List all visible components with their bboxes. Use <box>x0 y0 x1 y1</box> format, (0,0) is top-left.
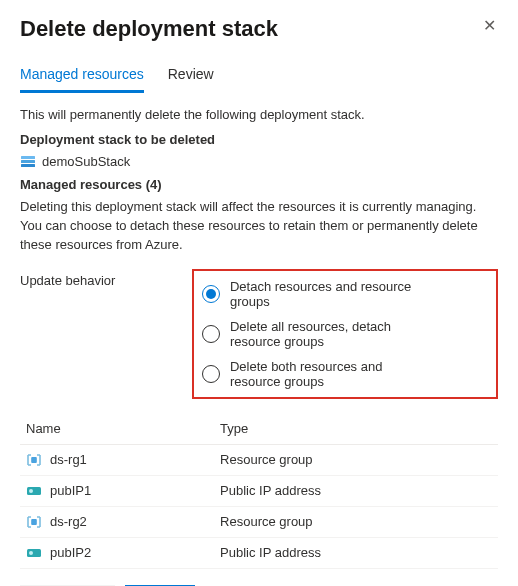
intro-text: This will permanently delete the followi… <box>20 107 498 122</box>
resource-name: ds-rg1 <box>50 452 87 467</box>
stack-section-label: Deployment stack to be deleted <box>20 132 498 147</box>
svg-rect-1 <box>21 160 35 163</box>
resource-type: Public IP address <box>214 537 498 568</box>
radio-icon <box>202 325 220 343</box>
radio-option-delete-both[interactable]: Delete both resources and resource group… <box>202 359 426 389</box>
resource-name: pubIP2 <box>50 545 91 560</box>
svg-rect-0 <box>21 156 35 159</box>
close-icon[interactable]: ✕ <box>481 16 498 36</box>
stack-icon <box>20 153 36 169</box>
resources-table: Name Type ds-rg1Resource grouppubIP1Publ… <box>20 413 498 569</box>
page-title: Delete deployment stack <box>20 16 278 42</box>
resource-type: Resource group <box>214 444 498 475</box>
radio-label: Detach resources and resource groups <box>230 279 426 309</box>
radio-icon <box>202 365 220 383</box>
resource-name: pubIP1 <box>50 483 91 498</box>
update-behavior-label: Update behavior <box>20 269 192 288</box>
radio-label: Delete all resources, detach resource gr… <box>230 319 426 349</box>
resource-name: ds-rg2 <box>50 514 87 529</box>
resource-group-icon <box>26 514 42 530</box>
tab-review[interactable]: Review <box>168 60 214 93</box>
svg-rect-2 <box>21 164 35 167</box>
public-ip-icon <box>26 545 42 561</box>
public-ip-icon <box>26 483 42 499</box>
managed-resources-description: Deleting this deployment stack will affe… <box>20 198 498 255</box>
managed-resources-label: Managed resources (4) <box>20 177 498 192</box>
radio-option-detach[interactable]: Detach resources and resource groups <box>202 279 426 309</box>
table-row[interactable]: pubIP2Public IP address <box>20 537 498 568</box>
update-behavior-options: Detach resources and resource groups Del… <box>192 269 498 399</box>
radio-option-delete-resources[interactable]: Delete all resources, detach resource gr… <box>202 319 426 349</box>
tab-bar: Managed resources Review <box>20 60 498 93</box>
radio-label: Delete both resources and resource group… <box>230 359 426 389</box>
table-row[interactable]: pubIP1Public IP address <box>20 475 498 506</box>
column-header-name[interactable]: Name <box>20 413 214 445</box>
svg-point-5 <box>29 489 33 493</box>
svg-rect-6 <box>31 519 37 525</box>
tab-managed-resources[interactable]: Managed resources <box>20 60 144 93</box>
radio-icon <box>202 285 220 303</box>
resource-type: Public IP address <box>214 475 498 506</box>
resource-group-icon <box>26 452 42 468</box>
table-row[interactable]: ds-rg1Resource group <box>20 444 498 475</box>
table-row[interactable]: ds-rg2Resource group <box>20 506 498 537</box>
svg-point-8 <box>29 551 33 555</box>
resource-type: Resource group <box>214 506 498 537</box>
stack-name: demoSubStack <box>42 154 130 169</box>
svg-rect-3 <box>31 457 37 463</box>
column-header-type[interactable]: Type <box>214 413 498 445</box>
stack-row: demoSubStack <box>20 153 498 169</box>
